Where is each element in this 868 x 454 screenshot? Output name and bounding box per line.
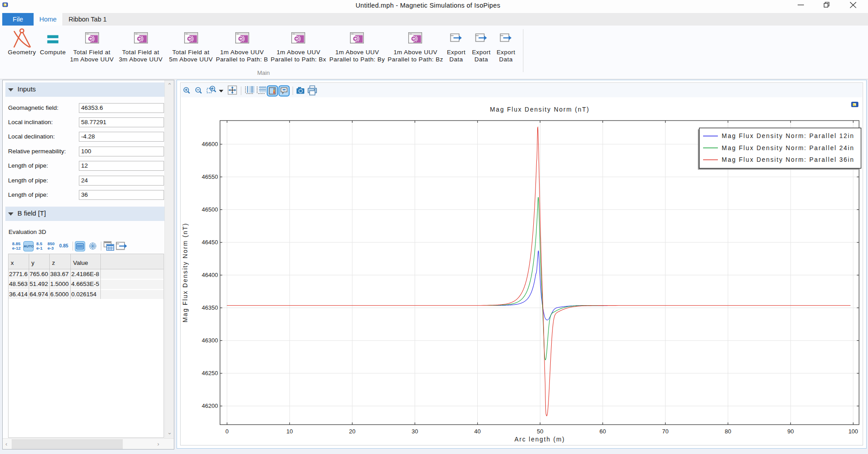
- svg-text:70: 70: [662, 428, 669, 435]
- svg-text:46550: 46550: [202, 173, 218, 180]
- svg-text:46600: 46600: [202, 141, 218, 147]
- svg-text:90: 90: [787, 428, 794, 435]
- svg-text:Mag Flux Density Norm (nT): Mag Flux Density Norm (nT): [490, 106, 590, 113]
- svg-text:46450: 46450: [202, 239, 218, 246]
- svg-text:Mag Flux Density Norm: Paralle: Mag Flux Density Norm: Parallel 36in: [722, 156, 855, 163]
- svg-text:100: 100: [848, 428, 858, 435]
- svg-text:46250: 46250: [202, 370, 218, 376]
- svg-text:Mag Flux Density Norm (nT): Mag Flux Density Norm (nT): [182, 223, 189, 323]
- svg-text:46500: 46500: [202, 206, 218, 213]
- svg-text:Mag Flux Density Norm: Paralle: Mag Flux Density Norm: Parallel 12in: [722, 133, 855, 139]
- svg-text:50: 50: [537, 428, 543, 435]
- svg-text:40: 40: [474, 428, 480, 435]
- svg-text:60: 60: [600, 428, 606, 435]
- svg-text:46200: 46200: [202, 402, 218, 409]
- svg-text:Arc length (m): Arc length (m): [514, 436, 565, 443]
- svg-text:10: 10: [286, 428, 293, 435]
- svg-text:46400: 46400: [202, 272, 218, 278]
- svg-text:80: 80: [725, 428, 731, 435]
- svg-text:46350: 46350: [202, 304, 218, 311]
- svg-text:Mag Flux Density Norm: Paralle: Mag Flux Density Norm: Parallel 24in: [722, 145, 855, 151]
- svg-text:46300: 46300: [202, 337, 218, 344]
- svg-text:0: 0: [225, 428, 229, 435]
- svg-text:30: 30: [412, 428, 418, 435]
- svg-text:20: 20: [349, 428, 355, 435]
